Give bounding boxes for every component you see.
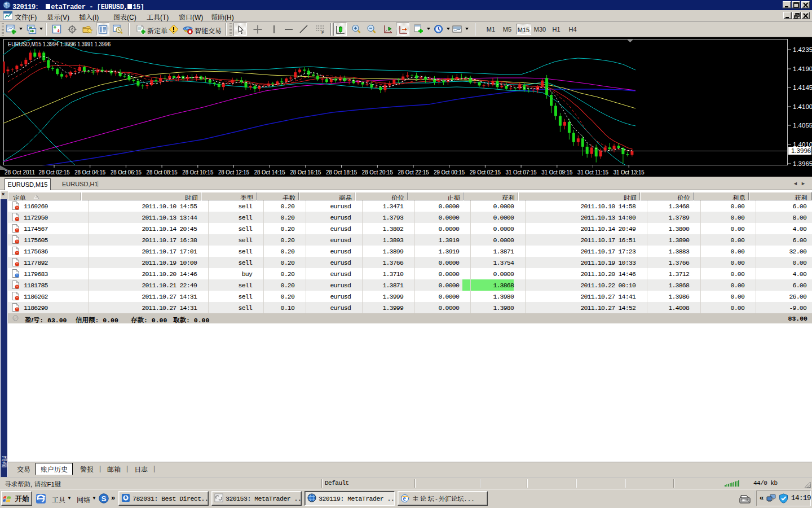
svg-text:28 Oct 06:15: 28 Oct 06:15	[111, 169, 142, 176]
svg-text:28 Oct 08:15: 28 Oct 08:15	[147, 169, 178, 176]
svg-text:1.4100: 1.4100	[793, 103, 812, 110]
svg-text:28 Oct 02:15: 28 Oct 02:15	[39, 169, 70, 176]
svg-text:29 Oct 02:15: 29 Oct 02:15	[470, 169, 501, 176]
svg-text:28 Oct 2011: 28 Oct 2011	[5, 169, 35, 176]
svg-text:28 Oct 10:15: 28 Oct 10:15	[182, 169, 213, 176]
svg-text:29 Oct 00:15: 29 Oct 00:15	[434, 169, 465, 176]
svg-text:28 Oct 16:15: 28 Oct 16:15	[290, 169, 321, 176]
svg-text:28 Oct 04:15: 28 Oct 04:15	[74, 169, 105, 176]
svg-text:31 Oct 13:15: 31 Oct 13:15	[614, 169, 645, 176]
svg-text:1.4145: 1.4145	[793, 84, 812, 91]
svg-text:EURUSD,M15 1.3994 1.3996 1.39: EURUSD,M15 1.3994 1.3996 1.3991 1.3996	[8, 41, 111, 47]
svg-text:28 Oct 22:15: 28 Oct 22:15	[398, 169, 429, 176]
svg-text:28 Oct 18:15: 28 Oct 18:15	[326, 169, 357, 176]
svg-text:31 Oct 11:15: 31 Oct 11:15	[577, 169, 608, 176]
svg-text:F: F	[321, 30, 324, 34]
svg-text:1.4235: 1.4235	[793, 46, 812, 53]
svg-text:S: S	[102, 494, 107, 503]
svg-text:28 Oct 20:15: 28 Oct 20:15	[362, 169, 393, 176]
svg-text:1.4055: 1.4055	[793, 122, 812, 129]
svg-text:31 Oct 07:15: 31 Oct 07:15	[506, 169, 537, 176]
svg-text:1.3996: 1.3996	[791, 147, 811, 154]
svg-text:31 Oct 09:15: 31 Oct 09:15	[541, 169, 572, 176]
svg-text:28 Oct 14:15: 28 Oct 14:15	[254, 169, 285, 176]
svg-text:28 Oct 12:15: 28 Oct 12:15	[218, 169, 249, 176]
svg-text:1.3965: 1.3965	[793, 160, 812, 167]
svg-text:1.4190: 1.4190	[793, 65, 812, 72]
